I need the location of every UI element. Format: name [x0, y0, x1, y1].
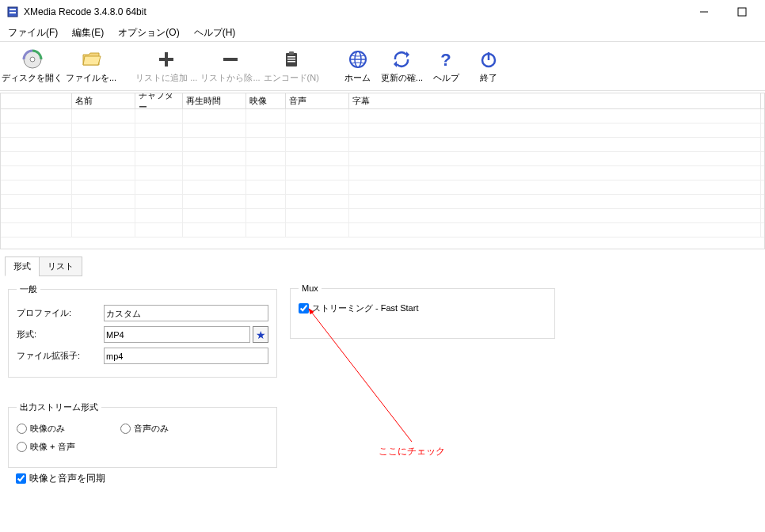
select-profile[interactable]: カスタム: [104, 305, 268, 321]
fieldset-general: 一般 プロファイル: カスタム 形式: MP4 ★ ファイル拡張子: mp4: [8, 283, 277, 378]
update-label: 更新の確...: [381, 72, 423, 84]
svg-rect-2: [10, 12, 16, 13]
col-subtitle[interactable]: 字幕: [349, 93, 761, 108]
tab-list[interactable]: リスト: [39, 256, 82, 276]
help-button[interactable]: ? ヘルプ: [424, 45, 467, 87]
fieldset-mux: Mux ストリーミング - Fast Start: [290, 283, 555, 339]
window-title: XMedia Recode 3.4.8.0 64bit: [24, 6, 692, 17]
col-chapter[interactable]: チャプター: [135, 93, 183, 108]
svg-rect-12: [287, 56, 295, 58]
exit-label: 終了: [480, 72, 497, 84]
tab-bar: 形式 リスト: [0, 256, 765, 276]
tab-format[interactable]: 形式: [5, 256, 40, 276]
fieldset-stream: 出力ストリーム形式 映像のみ 音声のみ 映像 + 音声: [8, 401, 277, 468]
col-name[interactable]: 名前: [72, 93, 135, 108]
checkbox-sync[interactable]: 映像と音声を同期: [16, 472, 105, 485]
minus-icon: [219, 48, 242, 70]
home-label: ホーム: [344, 72, 371, 84]
file-grid[interactable]: 名前 チャプター 再生時間 映像 音声 字幕: [0, 93, 765, 249]
menubar: ファイル(F) 編集(E) オプション(O) ヘルプ(H): [0, 24, 765, 41]
radio-video-audio[interactable]: 映像 + 音声: [17, 441, 75, 453]
legend-mux: Mux: [299, 283, 322, 293]
update-button[interactable]: 更新の確...: [379, 45, 424, 87]
globe-icon: [347, 48, 369, 70]
exit-button[interactable]: 終了: [467, 45, 510, 87]
svg-rect-9: [223, 58, 238, 61]
label-profile: プロファイル:: [17, 307, 104, 319]
refresh-icon: [390, 48, 413, 70]
legend-stream: 出力ストリーム形式: [17, 401, 101, 413]
svg-rect-1: [10, 9, 16, 10]
add-list-label: リストに追加 ...: [135, 72, 197, 84]
open-disc-label: ディスクを開く: [2, 72, 63, 84]
favorite-button[interactable]: ★: [253, 326, 268, 343]
menu-options[interactable]: オプション(O): [113, 25, 184, 41]
clipboard-icon: [280, 48, 303, 70]
open-file-button[interactable]: ファイルを...: [64, 45, 118, 87]
select-format[interactable]: MP4: [104, 326, 250, 343]
help-label: ヘルプ: [433, 72, 459, 84]
menu-file[interactable]: ファイル(F): [3, 25, 63, 41]
annotation-text: ここにチェック: [379, 445, 445, 458]
power-icon: [478, 48, 500, 70]
disc-icon: [21, 48, 44, 70]
radio-video-only[interactable]: 映像のみ: [17, 423, 65, 435]
open-file-label: ファイルを...: [66, 72, 116, 84]
encode-label: エンコード(N): [264, 72, 319, 84]
plus-icon: [155, 48, 177, 70]
toolbar: ディスクを開く ファイルを... リストに追加 ... リストから除... エン…: [0, 41, 765, 91]
col-video[interactable]: 映像: [246, 93, 286, 108]
svg-rect-4: [738, 8, 746, 16]
maximize-button[interactable]: [730, 3, 754, 21]
label-format: 形式:: [17, 329, 104, 340]
app-icon: [6, 6, 19, 18]
select-extension[interactable]: mp4: [104, 348, 268, 364]
svg-text:?: ?: [440, 50, 451, 69]
open-disc-button[interactable]: ディスクを開く: [0, 45, 64, 87]
legend-general: 一般: [17, 283, 40, 295]
remove-list-button[interactable]: リストから除...: [199, 45, 261, 87]
add-list-button[interactable]: リストに追加 ...: [134, 45, 199, 87]
svg-rect-8: [159, 58, 173, 61]
checkbox-streaming[interactable]: ストリーミング - Fast Start: [299, 302, 546, 314]
menu-help[interactable]: ヘルプ(H): [189, 25, 241, 41]
svg-rect-14: [287, 61, 295, 63]
grid-header: 名前 チャプター 再生時間 映像 音声 字幕: [1, 93, 764, 109]
svg-rect-13: [287, 59, 295, 60]
svg-point-6: [30, 57, 35, 62]
svg-marker-19: [394, 61, 397, 67]
titlebar: XMedia Recode 3.4.8.0 64bit: [0, 0, 765, 24]
label-extension: ファイル拡張子:: [17, 350, 104, 362]
menu-edit[interactable]: 編集(E): [67, 25, 108, 41]
encode-button[interactable]: エンコード(N): [262, 45, 321, 87]
folder-icon: [80, 48, 102, 70]
col-duration[interactable]: 再生時間: [183, 93, 246, 108]
minimize-button[interactable]: [692, 3, 716, 21]
col-audio[interactable]: 音声: [286, 93, 349, 108]
radio-audio-only[interactable]: 音声のみ: [120, 423, 169, 435]
remove-list-label: リストから除...: [200, 72, 260, 84]
svg-rect-11: [289, 51, 294, 55]
home-button[interactable]: ホーム: [337, 45, 379, 87]
help-icon: ?: [435, 48, 457, 70]
star-icon: ★: [256, 329, 266, 341]
svg-marker-18: [406, 51, 409, 58]
